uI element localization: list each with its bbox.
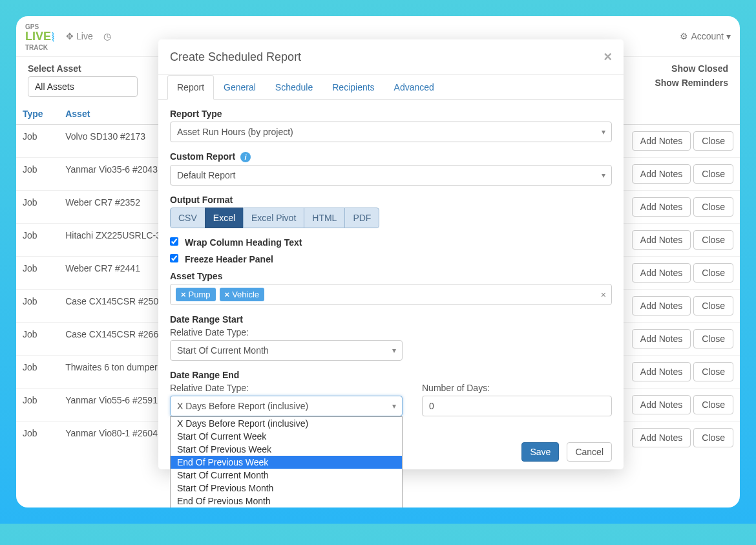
dropdown-option[interactable]: Start Of Previous Month: [171, 482, 402, 495]
date-range-end-label: Date Range End: [170, 370, 612, 380]
date-range-end-select[interactable]: X Days Before Report (inclusive): [170, 396, 403, 416]
dropdown-option[interactable]: Start Of Current Month: [171, 469, 402, 482]
tab-recipients[interactable]: Recipients: [322, 75, 384, 100]
custom-report-select[interactable]: Default Report: [170, 165, 612, 186]
tab-general[interactable]: General: [214, 75, 266, 100]
output-format-label: Output Format: [170, 195, 612, 205]
tab-report[interactable]: Report: [167, 75, 214, 100]
wrap-column-label: Wrap Column Heading Text: [185, 237, 302, 248]
tag-vehicle[interactable]: ×Vehicle: [220, 288, 265, 301]
number-of-days-input[interactable]: [422, 396, 612, 416]
save-button[interactable]: Save: [521, 442, 559, 462]
format-excel-pivot[interactable]: Excel Pivot: [243, 208, 304, 228]
tags-clear-icon[interactable]: ×: [601, 290, 606, 300]
tag-pump[interactable]: ×Pump: [176, 288, 216, 301]
wrap-column-checkbox[interactable]: [170, 237, 178, 246]
number-of-days-label: Number of Days:: [422, 383, 612, 393]
modal-title: Create Scheduled Report: [170, 50, 301, 64]
report-type-label: Report Type: [170, 109, 612, 119]
custom-report-label: Custom Report i: [170, 151, 612, 162]
date-range-start-select[interactable]: Start Of Current Month: [170, 340, 403, 361]
date-range-start-label: Date Range Start: [170, 314, 612, 325]
format-pdf[interactable]: PDF: [344, 208, 379, 228]
freeze-header-checkbox[interactable]: [170, 254, 178, 262]
tab-schedule[interactable]: Schedule: [266, 75, 322, 100]
dropdown-option[interactable]: Start Of Current Week: [171, 430, 402, 443]
asset-types-label: Asset Types: [170, 271, 612, 281]
format-html[interactable]: HTML: [304, 208, 345, 228]
relative-date-type-label-start: Relative Date Type:: [170, 327, 612, 337]
relative-date-type-label-end: Relative Date Type:: [170, 383, 403, 393]
create-scheduled-report-modal: Create Scheduled Report × Report General…: [158, 39, 624, 469]
cancel-button[interactable]: Cancel: [567, 442, 612, 462]
dropdown-option[interactable]: Start Of Previous Week: [171, 443, 402, 456]
freeze-header-label: Freeze Header Panel: [185, 254, 273, 264]
asset-types-input[interactable]: ×Pump ×Vehicle ×: [170, 284, 612, 305]
format-excel[interactable]: Excel: [205, 208, 244, 228]
output-format-group: CSV Excel Excel Pivot HTML PDF: [170, 208, 379, 228]
format-csv[interactable]: CSV: [170, 208, 205, 228]
info-icon[interactable]: i: [240, 152, 251, 162]
dropdown-option[interactable]: X Days Before Report (inclusive): [171, 417, 402, 430]
dropdown-option[interactable]: End Of Previous Week: [171, 456, 402, 469]
tab-advanced[interactable]: Advanced: [384, 75, 444, 100]
date-range-end-dropdown: X Days Before Report (inclusive)Start Of…: [170, 416, 403, 508]
dropdown-option[interactable]: End Of Previous Month: [171, 495, 402, 508]
report-type-select[interactable]: Asset Run Hours (by project): [170, 122, 612, 142]
close-icon[interactable]: ×: [604, 48, 612, 65]
